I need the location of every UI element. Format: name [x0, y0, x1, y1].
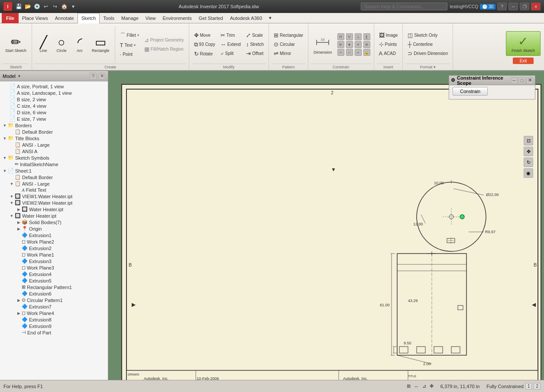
tree-sheet-border[interactable]: 📋 Default Border: [0, 174, 108, 180]
tree-ext9[interactable]: 🔷 Extrusion9: [0, 323, 108, 329]
constraint-eq[interactable]: =: [355, 49, 362, 56]
constraint-lock[interactable]: 🔒: [363, 49, 370, 56]
menu-annotate[interactable]: Annotate: [52, 13, 78, 23]
constraint-tang[interactable]: ∩: [346, 49, 353, 56]
qa-open[interactable]: 📂: [24, 3, 32, 10]
rectangular-btn[interactable]: ⊞ Rectangular: [272, 31, 305, 39]
menu-get-started[interactable]: Get Started: [195, 13, 227, 23]
menu-tools[interactable]: Tools: [100, 13, 118, 23]
menu-manage[interactable]: Manage: [118, 13, 142, 23]
constraint-close-btn[interactable]: ✕: [526, 77, 533, 84]
move-btn[interactable]: ✥ Move: [192, 31, 217, 39]
tree-title-blocks[interactable]: ▼ 📁 Title Blocks: [0, 135, 108, 141]
tree-borders[interactable]: ▼ 📁 Borders: [0, 122, 108, 129]
restore-btn[interactable]: ❐: [520, 3, 529, 10]
tree-initial-sketch[interactable]: ✏ InitialSketchName: [0, 161, 108, 167]
tree-wh-main[interactable]: ▼ 🔲 Water Heater.ipt: [0, 212, 108, 219]
arc-btn[interactable]: ◜ Arc: [71, 35, 88, 55]
menu-a360[interactable]: Autodesk A360: [227, 13, 266, 23]
qa-undo[interactable]: ↩: [42, 3, 50, 10]
tree-ext1[interactable]: 🔷 Extrusion1: [0, 232, 108, 238]
constraint-smooth[interactable]: ≈: [337, 49, 344, 56]
qa-save[interactable]: 💿: [33, 3, 41, 10]
tree-wp1[interactable]: ◻ Work Plane1: [0, 251, 108, 258]
menu-environments[interactable]: Environments: [159, 13, 195, 23]
tree-wp3[interactable]: ◻ Work Plane3: [0, 264, 108, 271]
constraint-col[interactable]: ≡: [355, 41, 362, 48]
panel-close-btn[interactable]: ✕: [98, 73, 105, 80]
drawing-area[interactable]: ⚙ Constraint Inference Scope ─ □ ✕ Const…: [108, 71, 544, 380]
tree-ansi-a[interactable]: 📋 ANSI A: [0, 148, 108, 154]
point-btn[interactable]: · Point: [118, 50, 141, 58]
tree-rect-pat1[interactable]: ⊞ Rectangular Pattern1: [0, 284, 108, 290]
tree-item[interactable]: 📄 B size, 2 view: [0, 96, 108, 103]
sketch-only-btn[interactable]: ◫ Sketch Only: [405, 31, 450, 39]
text-btn[interactable]: T Text ▾: [118, 41, 141, 49]
tree-sketch-symbols[interactable]: ▼ 📁 Sketch Symbols: [0, 154, 108, 161]
extend-btn[interactable]: ↔ Extend: [218, 40, 243, 48]
constraint-perp[interactable]: ⊥: [355, 33, 362, 40]
qa-redo[interactable]: ↪: [51, 3, 59, 10]
minimize-btn[interactable]: ─: [508, 3, 518, 10]
tree-wp4[interactable]: ▶ ◻ Work Plane4: [0, 310, 108, 316]
tree-sheet1[interactable]: ▼ 📄 Sheet:1: [0, 167, 108, 174]
tree-item[interactable]: 📄 A size, Portrait, 1 view: [0, 83, 108, 90]
tree-item[interactable]: 📄 C size, 4 view: [0, 103, 108, 109]
tree-ext2[interactable]: 🔷 Extrusion2: [0, 245, 108, 251]
tree-ext5[interactable]: 🔷 Extrusion5: [0, 277, 108, 284]
zoom-fit-btn[interactable]: ⊡: [524, 136, 533, 145]
qa-more[interactable]: ▾: [69, 3, 77, 10]
tree-sheet-ansi[interactable]: ▼ 📋 ANSI - Large: [0, 180, 108, 187]
rectangle-btn[interactable]: ▭ Rectangle: [89, 35, 112, 55]
look-at-btn[interactable]: ◉: [524, 168, 533, 178]
qa-new[interactable]: 💾: [15, 3, 23, 10]
panel-help-btn[interactable]: ?: [90, 73, 97, 80]
exit-btn[interactable]: Exit: [513, 58, 534, 64]
centerline-btn[interactable]: ┼ Centerline: [405, 40, 450, 48]
tree-default-border[interactable]: 📋 Default Border: [0, 129, 108, 135]
pan-btn[interactable]: ✥: [524, 147, 533, 156]
dimension-btn[interactable]: 10 Dimension: [311, 33, 335, 56]
search-input[interactable]: [361, 3, 447, 10]
tree-view1[interactable]: ▼ 🔲 VIEW1:Water Heater.ipt: [0, 193, 108, 199]
copy-btn[interactable]: ⧉ 93 Copy: [192, 40, 217, 49]
acad-btn[interactable]: A ACAD: [377, 49, 400, 58]
menu-place-views[interactable]: Place Views: [19, 13, 52, 23]
tree-ext3[interactable]: 🔷 Extrusion3: [0, 258, 108, 264]
start-sketch-btn[interactable]: ✏ Start Sketch: [3, 35, 29, 55]
constraint-coin[interactable]: ●: [346, 41, 353, 48]
tree-ext6[interactable]: 🔷 Extrusion6: [0, 290, 108, 297]
tree-item[interactable]: 📄 E size, 7 view: [0, 116, 108, 122]
menu-file[interactable]: File: [2, 13, 19, 23]
circle-btn[interactable]: ○ Circle: [53, 35, 70, 55]
help-btn[interactable]: ?: [497, 3, 507, 10]
constraint-max-btn[interactable]: □: [518, 77, 525, 84]
fill-hatch-btn[interactable]: ▦ Fill/Hatch Region: [142, 45, 186, 53]
constraint-sym[interactable]: ⊜: [363, 41, 370, 48]
rotate-btn[interactable]: ↻ Rotate: [192, 50, 217, 58]
tree-ext7[interactable]: 🔷 Extrusion7: [0, 303, 108, 310]
project-geometry-btn[interactable]: ⊿ Project Geometry: [142, 36, 186, 44]
tree-field-text[interactable]: A Field Text: [0, 187, 108, 193]
tree-view2-wh[interactable]: ▶ 🔲 Water Heater.ipt: [0, 206, 108, 212]
scale-btn[interactable]: ⤢ Scale: [244, 31, 266, 39]
constraint-v[interactable]: V: [346, 33, 353, 40]
driven-dimension-btn[interactable]: ⊃ Driven Dimension: [405, 49, 450, 58]
tree-wp2[interactable]: ◻ Work Plane2: [0, 238, 108, 245]
close-btn[interactable]: ✕: [531, 3, 541, 10]
menu-view[interactable]: View: [142, 13, 159, 23]
split-btn[interactable]: ⌿ Split: [218, 49, 243, 58]
stretch-btn[interactable]: ↕ Stretch: [244, 40, 266, 48]
tree-item[interactable]: 📄 D size, 6 view: [0, 109, 108, 116]
tree-item[interactable]: 📄 A size, Landscape, 1 view: [0, 90, 108, 96]
circular-btn[interactable]: ⊙ Circular: [272, 40, 305, 48]
qa-home[interactable]: 🏠: [60, 3, 68, 10]
menu-sketch[interactable]: Sketch: [78, 13, 100, 23]
tree-view2[interactable]: ▼ 🔲 VIEW2:Water Heater.ipt: [0, 199, 108, 206]
tree-origin[interactable]: ▶ 📍 Origin: [0, 225, 108, 232]
fillet-btn[interactable]: ⌒ Fillet ▾: [118, 31, 141, 40]
tree-end-of-part[interactable]: ⊣ End of Part: [0, 329, 108, 336]
tree-ext4[interactable]: 🔷 Extrusion4: [0, 271, 108, 277]
trim-btn[interactable]: ✂ Trim: [218, 31, 243, 39]
finish-sketch-btn[interactable]: ✓ Finish Sketch: [506, 31, 541, 56]
